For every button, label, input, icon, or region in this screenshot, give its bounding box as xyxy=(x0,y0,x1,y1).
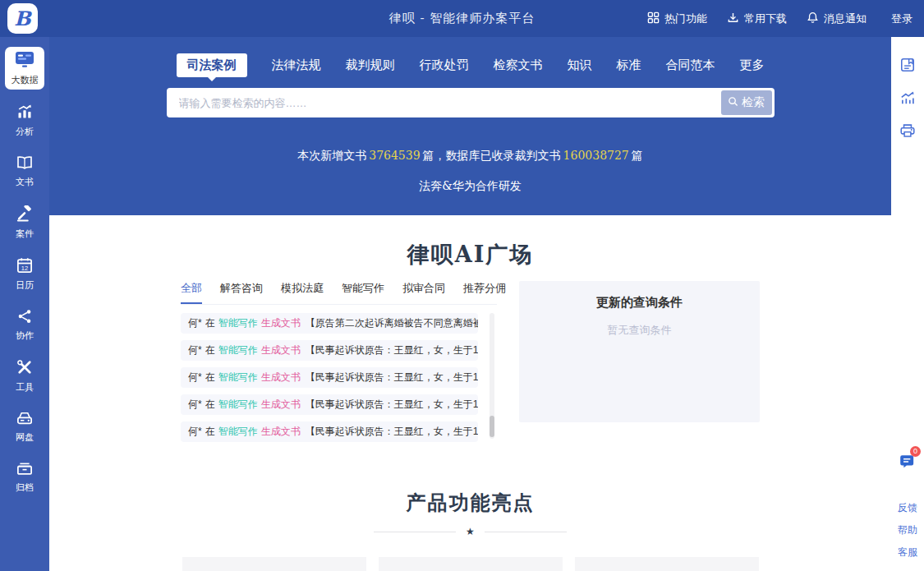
tab-laws-regulations[interactable]: 法律法规 xyxy=(272,58,321,73)
sidebar-label: 工具 xyxy=(16,381,34,394)
tab-procuratorial-documents[interactable]: 检察文书 xyxy=(494,58,543,73)
sidebar-label: 大数据 xyxy=(11,74,39,86)
feed-connector: 在 xyxy=(205,317,215,329)
feed-content: 【民事起诉状原告：王显红，女，生于1990...】 xyxy=(306,344,478,356)
tab-contract-templates[interactable]: 合同范本 xyxy=(666,58,715,73)
tab-administrative-penalty[interactable]: 行政处罚 xyxy=(420,58,469,73)
document-stats: 本次新增文书3764539篇，数据库已收录裁判文书160038727篇 xyxy=(49,149,891,163)
tab-judgment-rules[interactable]: 裁判规则 xyxy=(346,58,395,73)
notifications-label: 消息通知 xyxy=(824,12,867,26)
customer-service-link[interactable]: 客服 xyxy=(891,546,924,559)
right-rail: 0 反馈 帮助 客服 xyxy=(891,37,924,571)
feed-action-tag: 生成文书 xyxy=(261,317,301,329)
main-content: 律呗AI广场 全部 解答咨询 模拟法庭 智能写作 拟审合同 推荐分佣 何*在智能… xyxy=(49,215,891,571)
help-link[interactable]: 帮助 xyxy=(891,523,924,537)
bigdata-icon xyxy=(15,51,34,71)
sidebar-label: 案件 xyxy=(16,228,34,240)
feed-scrollbar[interactable] xyxy=(490,313,494,439)
feed-item[interactable]: 何*在智能写作生成文书【民事起诉状原告：王显红，女，生于1990...】 xyxy=(181,394,478,415)
feed-user: 何* xyxy=(188,398,202,410)
sidebar-item-bigdata[interactable]: 大数据 xyxy=(5,47,44,90)
hot-features-button[interactable]: 热门功能 xyxy=(647,12,707,26)
feed-item[interactable]: 何*在智能写作生成文书【民事起诉状原告：王显红，女，生于1990...】 xyxy=(181,340,478,361)
search-button[interactable]: 检索 xyxy=(721,90,772,115)
divider-line xyxy=(485,532,567,532)
feed-connector: 在 xyxy=(205,371,215,383)
feed-feature-tag: 智能写作 xyxy=(218,398,258,410)
feed-user: 何* xyxy=(188,344,202,356)
share-icon xyxy=(16,309,33,327)
feed-feature-tag: 智能写作 xyxy=(218,426,258,437)
plaza-tab-all[interactable]: 全部 xyxy=(181,281,202,304)
feature-card-ocr-voice[interactable]: 拍照录音提取文字 xyxy=(575,557,759,571)
sidebar-item-collaboration[interactable]: 协作 xyxy=(3,306,46,345)
search-input[interactable] xyxy=(169,97,721,109)
rail-tools xyxy=(891,37,924,139)
stats-prefix: 本次新增文书 xyxy=(297,149,366,162)
sidebar-item-tools[interactable]: 工具 xyxy=(3,356,46,397)
tab-knowledge[interactable]: 知识 xyxy=(568,58,592,73)
stats-new-count: 3764539 xyxy=(369,149,420,162)
notifications-button[interactable]: 消息通知 xyxy=(807,12,867,26)
ai-plaza-section: 全部 解答咨询 模拟法庭 智能写作 拟审合同 推荐分佣 何*在智能写作生成文书【… xyxy=(181,281,760,449)
sidebar-item-cases[interactable]: 案件 xyxy=(3,202,46,243)
sidebar-item-archive[interactable]: 归档 xyxy=(3,458,46,497)
sidebar-label: 归档 xyxy=(16,481,34,494)
feed-connector: 在 xyxy=(205,398,215,410)
star-icon: ★ xyxy=(466,526,475,537)
feed-item[interactable]: 何*在智能写作生成文书【原告第二次起诉离婚被告不同意离婚被告且系... xyxy=(181,313,478,334)
plaza-tab-contract-review[interactable]: 拟审合同 xyxy=(402,281,445,304)
feed-connector: 在 xyxy=(205,426,215,437)
notes-icon[interactable] xyxy=(899,57,916,73)
tab-judicial-cases[interactable]: 司法案例 xyxy=(177,53,247,77)
search-bar: 检索 xyxy=(167,88,775,117)
download-icon xyxy=(727,12,739,26)
sidebar-item-netdisk[interactable]: 网盘 xyxy=(3,408,46,447)
feed-feature-tag: 智能写作 xyxy=(218,371,258,383)
customer-chat-button[interactable]: 0 xyxy=(899,453,917,474)
printer-icon[interactable] xyxy=(899,122,916,139)
gavel-icon xyxy=(16,205,33,225)
search-category-tabs: 司法案例 法律法规 裁判规则 行政处罚 检察文书 知识 标准 合同范本 更多 xyxy=(49,53,891,77)
feed-content: 【民事起诉状原告：王显红，女，生于1990...】 xyxy=(306,426,478,437)
feed-list: 何*在智能写作生成文书【原告第二次起诉离婚被告不同意离婚被告且系... 何*在智… xyxy=(181,313,478,449)
app-title: 律呗 - 智能律师办案平台 xyxy=(389,11,536,26)
tab-standards[interactable]: 标准 xyxy=(617,58,641,73)
feed-action-tag: 生成文书 xyxy=(261,344,301,356)
plaza-tab-referral[interactable]: 推荐分佣 xyxy=(463,281,506,304)
stats-suffix: 篇 xyxy=(632,149,643,162)
feature-card-case-analysis[interactable]: 快速制作案情分析报告 xyxy=(379,557,563,571)
feed-scrollbar-thumb[interactable] xyxy=(490,416,494,437)
disk-icon xyxy=(16,411,33,429)
bell-icon xyxy=(807,12,819,26)
downloads-button[interactable]: 常用下载 xyxy=(727,12,787,26)
feature-card-legal-search[interactable]: 直观法律检索 xyxy=(182,557,366,571)
feed-content: 【原告第二次起诉离婚被告不同意离婚被告且系... xyxy=(306,317,478,329)
feed-action-tag: 生成文书 xyxy=(261,371,301,383)
login-button[interactable]: 登录 xyxy=(891,12,913,26)
search-icon xyxy=(728,96,738,109)
sidebar-item-analysis[interactable]: 分析 xyxy=(3,100,46,141)
sidebar-item-documents[interactable]: 文书 xyxy=(3,152,46,191)
sidebar-label: 协作 xyxy=(16,329,34,342)
plaza-tab-consulting[interactable]: 解答咨询 xyxy=(220,281,263,304)
plaza-tab-smart-writing[interactable]: 智能写作 xyxy=(342,281,384,304)
feed-item[interactable]: 何*在智能写作生成文书【民事起诉状原告：王显红，女，生于1990...】 xyxy=(181,421,478,442)
sidebar-item-calendar[interactable]: 12 日历 xyxy=(3,254,46,295)
ai-plaza-title: 律呗AI广场 xyxy=(49,240,891,269)
feature-cards: 直观法律检索 快速制作案情分析报告 拍照录音提取文字 xyxy=(49,557,891,571)
tab-more[interactable]: 更多 xyxy=(740,58,765,73)
query-panel-title: 更新的查询条件 xyxy=(519,295,760,311)
app-logo[interactable]: B xyxy=(7,3,38,34)
ai-plaza-feed-column: 全部 解答咨询 模拟法庭 智能写作 拟审合同 推荐分佣 何*在智能写作生成文书【… xyxy=(181,281,497,449)
features-title: 产品功能亮点 xyxy=(49,490,891,516)
top-bar: B 律呗 - 智能律师办案平台 热门功能 常用下载 消息通知 登录 xyxy=(0,0,924,37)
feed-connector: 在 xyxy=(205,344,215,356)
feed-feature-tag: 智能写作 xyxy=(218,317,258,329)
feed-item[interactable]: 何*在智能写作生成文书【民事起诉状原告：王显红，女，生于1990...】 xyxy=(181,367,478,388)
star-divider: ★ xyxy=(49,526,891,537)
feedback-link[interactable]: 反馈 xyxy=(891,501,924,515)
grid-icon xyxy=(647,12,660,26)
plaza-tab-mock-court[interactable]: 模拟法庭 xyxy=(281,281,324,304)
trend-chart-icon[interactable] xyxy=(899,90,916,106)
